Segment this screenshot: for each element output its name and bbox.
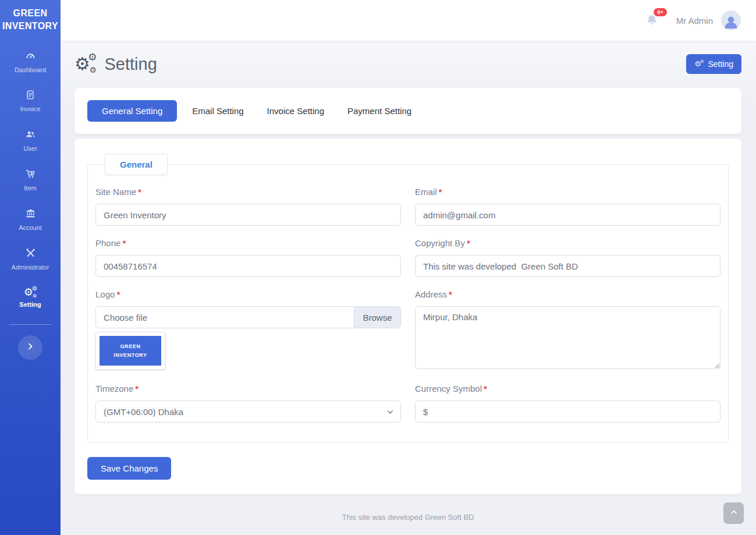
app-logo[interactable]: GREEN INVENTORY (2, 7, 58, 33)
settings-tabs: General Setting Email Setting Invoice Se… (74, 88, 741, 134)
sidebar-item-dashboard[interactable]: Dashboard (0, 50, 61, 73)
settings-form: Site Name* Email* Phone* Copyright By* (95, 187, 720, 423)
cart-plus-icon (25, 168, 36, 182)
sidebar-item-user[interactable]: User (0, 129, 61, 152)
setting-action-button-label: Setting (708, 59, 733, 69)
tab-payment-setting[interactable]: Payment Setting (336, 100, 423, 122)
copyright-field-group: Copyright By* (415, 238, 720, 277)
required-marker: * (467, 238, 470, 248)
sidebar-item-label: Invoice (20, 105, 41, 112)
sidebar-item-account[interactable]: Account (0, 208, 61, 231)
site-name-field-group: Site Name* (95, 187, 401, 226)
email-label: Email* (415, 187, 720, 197)
general-fieldset: General Site Name* Email* Phone* (87, 154, 729, 443)
currency-field-group: Currency Symbol* (415, 384, 720, 423)
notification-badge: 0+ (654, 8, 666, 16)
content-area: ⚙⚙⚙ Setting ⚙⚙ Setting General Setting E… (61, 41, 756, 535)
phone-field-group: Phone* (95, 238, 401, 277)
person-icon (722, 13, 740, 30)
logo-preview: GREEN INVENTORY (95, 332, 165, 370)
tab-general-setting[interactable]: General Setting (87, 100, 177, 122)
general-setting-card: General Site Name* Email* Phone* (74, 139, 741, 494)
currency-symbol-label: Currency Symbol* (415, 384, 720, 394)
email-field-group: Email* (415, 187, 720, 226)
address-label: Address* (415, 289, 720, 299)
sidebar-item-administrator[interactable]: Administrator (0, 247, 61, 271)
required-marker: * (116, 289, 120, 299)
phone-label: Phone* (95, 238, 401, 248)
phone-input[interactable] (95, 255, 401, 277)
sidebar-item-item[interactable]: Item (0, 168, 61, 192)
timezone-label: Timezone* (95, 384, 401, 394)
page-title: ⚙⚙⚙ Setting (74, 55, 157, 74)
chevron-right-icon (26, 342, 35, 353)
required-marker: * (439, 187, 442, 197)
timezone-field-group: Timezone* (GMT+06:00) Dhaka (95, 384, 401, 423)
gears-icon: ⚙⚙⚙ (74, 55, 97, 73)
page-title-text: Setting (105, 55, 157, 74)
scroll-to-top-button[interactable] (723, 502, 744, 524)
copyright-label: Copyright By* (415, 238, 720, 248)
browse-button[interactable]: Browse (354, 307, 400, 328)
required-marker: * (484, 384, 487, 394)
sidebar-item-setting[interactable]: ⚙⚙⚙ Setting (0, 287, 61, 308)
required-marker: * (138, 187, 141, 197)
sidebar-item-label: Account (19, 224, 42, 231)
username-menu[interactable]: Mr Admin (676, 16, 713, 26)
logo-label: Logo* (95, 289, 401, 299)
sidebar-item-label: Item (24, 185, 36, 192)
users-icon (25, 129, 36, 142)
sidebar-item-invoice[interactable]: Invoice (0, 90, 61, 112)
invoice-icon (25, 90, 36, 102)
page-header: ⚙⚙⚙ Setting ⚙⚙ Setting (74, 54, 741, 74)
chevron-up-icon (730, 508, 738, 518)
avatar[interactable] (721, 10, 741, 30)
logo-preview-image: GREEN INVENTORY (100, 336, 161, 366)
gears-icon: ⚙⚙ (694, 60, 704, 68)
sidebar-item-label: Administrator (12, 264, 49, 271)
address-textarea[interactable]: Mirpur, Dhaka (415, 306, 720, 369)
logo-field-group: Logo* Choose file Browse GREEN INVENTORY (95, 289, 401, 371)
setting-action-button[interactable]: ⚙⚙ Setting (686, 54, 741, 74)
general-legend: General (105, 154, 168, 175)
main-area: 0+ Mr Admin ⚙⚙⚙ Setting ⚙⚙ Setting G (61, 0, 756, 535)
sidebar-item-label: Setting (19, 301, 41, 308)
required-marker: * (122, 238, 126, 248)
site-name-input[interactable] (95, 204, 401, 226)
logo-file-input[interactable]: Choose file Browse (95, 306, 401, 328)
sidebar-divider (9, 324, 51, 325)
site-name-label: Site Name* (95, 187, 401, 197)
file-placeholder: Choose file (96, 307, 354, 328)
tools-icon (25, 247, 36, 261)
bank-icon (25, 208, 36, 221)
gears-icon: ⚙⚙⚙ (24, 287, 37, 298)
notifications-button[interactable]: 0+ (645, 13, 659, 27)
required-marker: * (449, 289, 452, 299)
footer-text: This site was developed Green Soft BD (74, 513, 741, 522)
top-navbar: 0+ Mr Admin (61, 0, 756, 41)
copyright-input[interactable] (415, 255, 720, 277)
timezone-select[interactable]: (GMT+06:00) Dhaka (95, 401, 401, 423)
sidebar-item-label: Dashboard (15, 66, 46, 73)
app-logo-line1: GREEN (2, 7, 58, 20)
sidebar: GREEN INVENTORY Dashboard Invoice User I… (0, 0, 61, 535)
gauge-icon (25, 50, 36, 63)
email-input[interactable] (415, 204, 720, 226)
tab-invoice-setting[interactable]: Invoice Setting (255, 100, 336, 122)
sidebar-item-label: User (23, 145, 37, 152)
tab-email-setting[interactable]: Email Setting (180, 100, 255, 122)
sidebar-expand-button[interactable] (18, 335, 42, 360)
app-logo-line2: INVENTORY (2, 20, 58, 33)
required-marker: * (135, 384, 139, 394)
currency-symbol-input[interactable] (415, 401, 720, 423)
save-changes-button[interactable]: Save Changes (87, 457, 171, 480)
address-field-group: Address* Mirpur, Dhaka (415, 289, 720, 371)
